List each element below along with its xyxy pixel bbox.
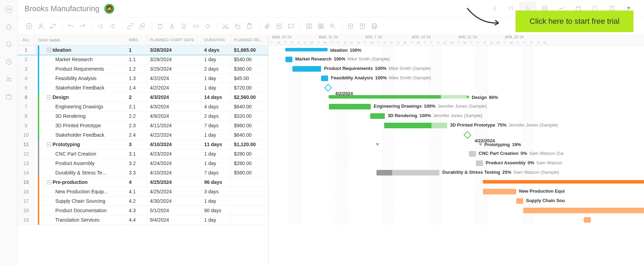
gantt-bar[interactable] xyxy=(523,208,644,213)
wbs-cell[interactable]: 2.4 xyxy=(126,131,147,139)
copy-icon[interactable] xyxy=(233,22,242,31)
col-duration[interactable]: DURATION xyxy=(201,35,231,45)
team-icon[interactable] xyxy=(5,76,13,83)
start-cell[interactable]: 4/10/2024 xyxy=(147,169,201,177)
resource-cell[interactable] xyxy=(231,200,268,202)
shape-icon[interactable] xyxy=(203,22,212,31)
wbs-cell[interactable]: 1.2 xyxy=(126,65,147,73)
start-cell[interactable]: 4/30/2024 xyxy=(147,197,201,205)
resource-cell[interactable]: $280.00 xyxy=(231,159,268,167)
collapse-icon[interactable]: − xyxy=(47,180,51,184)
duration-cell[interactable]: 14 days xyxy=(201,93,231,101)
wbs-cell[interactable]: 2.1 xyxy=(126,102,147,111)
task-name-cell[interactable]: Translation Services xyxy=(35,214,126,226)
gantt-bar[interactable]: CNC Part Creation0%Sam Watson (Sa xyxy=(469,151,476,157)
table-row[interactable]: 19 Translation Services 4.4 9/4/2024 1 d… xyxy=(18,215,268,225)
attach-icon[interactable] xyxy=(263,22,272,31)
gantt-milestone[interactable]: 4/2/2024 xyxy=(324,84,332,92)
redo-icon[interactable] xyxy=(78,22,87,31)
start-cell[interactable]: 4/2/2024 xyxy=(147,74,201,83)
duration-cell[interactable]: 4 days xyxy=(201,46,231,54)
gantt-summary-bar[interactable]: .summary-bar[style*="612px"]::before,.su… xyxy=(483,180,644,184)
duration-cell[interactable]: 2 days xyxy=(201,65,231,73)
resource-cell[interactable]: $320.00 xyxy=(231,112,268,120)
gantt-milestone[interactable]: 4/22/2024 xyxy=(464,131,472,139)
duration-cell[interactable]: 1 day xyxy=(201,150,231,158)
duration-cell[interactable]: 11 days xyxy=(201,140,231,149)
fill-color-icon[interactable] xyxy=(179,22,188,31)
import-icon[interactable] xyxy=(346,22,355,31)
notes-icon[interactable] xyxy=(275,22,284,31)
wbs-cell[interactable]: 3.3 xyxy=(126,169,147,177)
resource-cell[interactable] xyxy=(231,190,268,193)
gantt-bar[interactable]: Product Assembly0%Sam Watson xyxy=(476,160,483,166)
unlink-icon[interactable] xyxy=(138,22,147,31)
start-cell[interactable]: 4/10/2024 xyxy=(147,140,201,149)
gantt-bar[interactable]: 3D Printed Prototype75%Jennifer Jones (S… xyxy=(384,123,447,128)
duration-cell[interactable]: 1 day xyxy=(201,216,231,224)
paste-icon[interactable] xyxy=(245,22,254,31)
start-cell[interactable]: 4/23/2024 xyxy=(147,150,201,158)
cut-icon[interactable] xyxy=(221,22,230,31)
grid-icon[interactable] xyxy=(316,22,325,31)
gantt-chart[interactable]: TWTFSSMTWTFSSMTWTFSSMTWTFSSMTWTFSSMTWTFS… xyxy=(269,35,644,265)
wbs-cell[interactable]: 1 xyxy=(126,46,147,54)
col-wbs[interactable]: WBS xyxy=(126,35,147,45)
wbs-cell[interactable]: 4.3 xyxy=(126,206,147,215)
wbs-cell[interactable]: 2.2 xyxy=(126,112,147,120)
outdent-icon[interactable] xyxy=(96,22,105,31)
gantt-bar[interactable]: New Production Equi xyxy=(483,189,516,194)
resource-cell[interactable]: $540.00 xyxy=(231,55,268,64)
wbs-cell[interactable]: 3.2 xyxy=(126,159,147,167)
duration-cell[interactable]: 1 day xyxy=(201,84,231,92)
indent-icon[interactable] xyxy=(108,22,117,31)
wbs-cell[interactable]: 3.1 xyxy=(126,150,147,158)
start-cell[interactable]: 5/1/2024 xyxy=(147,206,201,215)
resource-cell[interactable] xyxy=(231,181,268,184)
start-cell[interactable]: 4/2/2024 xyxy=(147,84,201,92)
resource-cell[interactable]: $560.00 xyxy=(231,169,268,177)
user-avatar[interactable]: 🧔 xyxy=(104,4,114,14)
gantt-bar[interactable]: Engineering Drawings100%Jennifer Jones (… xyxy=(329,104,371,109)
export-icon[interactable] xyxy=(358,22,367,31)
cta-button[interactable]: Click here to start free trial xyxy=(515,10,633,32)
swap-icon[interactable] xyxy=(48,22,57,31)
gantt-summary-bar[interactable]: .summary-bar[style*="48px"]::before,.sum… xyxy=(285,48,327,51)
resource-cell[interactable]: $360.00 xyxy=(231,65,268,73)
duration-cell[interactable]: 7 days xyxy=(201,121,231,130)
collapse-icon[interactable]: − xyxy=(47,95,51,99)
col-all[interactable]: ALL xyxy=(18,35,35,45)
resource-cell[interactable]: $280.00 xyxy=(231,150,268,158)
resource-cell[interactable]: $640.00 xyxy=(231,131,268,139)
start-cell[interactable]: 3/29/2024 xyxy=(147,65,201,73)
undo-icon[interactable] xyxy=(66,22,75,31)
start-cell[interactable]: 4/24/2024 xyxy=(147,159,201,167)
duration-cell[interactable]: 1 day xyxy=(201,74,231,83)
gantt-bar[interactable]: Supply Chain Sou xyxy=(516,198,523,204)
gantt-bar[interactable]: Durability & Stress Testing25%Sam Watson… xyxy=(376,170,439,176)
wbs-cell[interactable]: 2.3 xyxy=(126,121,147,130)
duration-cell[interactable]: 1 day xyxy=(201,197,231,205)
print-icon[interactable] xyxy=(370,22,379,31)
wbs-cell[interactable]: 4.1 xyxy=(126,187,147,196)
start-cell[interactable]: 3/28/2024 xyxy=(147,46,201,54)
wbs-cell[interactable]: 4 xyxy=(126,178,147,186)
start-cell[interactable]: 4/3/2024 xyxy=(147,93,201,101)
start-cell[interactable]: 4/25/2024 xyxy=(147,187,201,196)
start-cell[interactable]: 3/28/2024 xyxy=(147,55,201,64)
start-cell[interactable]: 4/22/2024 xyxy=(147,131,201,139)
columns-icon[interactable] xyxy=(304,22,313,31)
col-start[interactable]: PLANNED START DATE xyxy=(147,35,201,45)
start-cell[interactable]: 4/11/2024 xyxy=(147,121,201,130)
gantt-bar[interactable] xyxy=(584,217,591,223)
assign-icon[interactable] xyxy=(36,22,46,31)
gantt-summary-bar[interactable]: .summary-bar[style*="172px"]::before,.su… xyxy=(329,95,469,99)
wbs-cell[interactable]: 4.4 xyxy=(126,216,147,224)
resource-cell[interactable]: $720.00 xyxy=(231,84,268,92)
gantt-bar[interactable]: Product Requirements100%Mike Smith (Samp… xyxy=(292,66,321,72)
start-cell[interactable]: 4/3/2024 xyxy=(147,102,201,111)
resource-cell[interactable]: $960.00 xyxy=(231,121,268,130)
duration-cell[interactable]: 7 days xyxy=(201,169,231,177)
resource-cell[interactable]: $1,120.00 xyxy=(231,140,268,149)
comment-icon[interactable] xyxy=(286,22,296,31)
